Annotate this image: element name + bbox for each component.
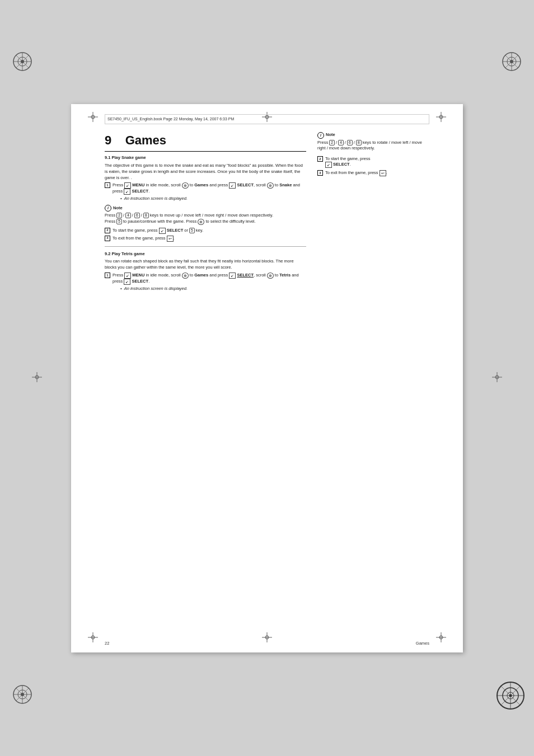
scroll-icon-4: ⊕ — [267, 273, 274, 279]
reg-crosshair-top-left — [88, 112, 98, 124]
page-footer: 22 Games — [105, 641, 429, 646]
section-9-2-title: 9.2 Play Tetris game — [105, 251, 306, 257]
key-6: 6 — [134, 213, 140, 218]
step-list-9-1: 1 Press ↙ MENU in idle mode, scroll ⊕ to… — [105, 182, 306, 202]
step-r2-text: To start the game, press ↙ SELECT. — [325, 156, 429, 168]
select-icon-1: ↙ — [229, 182, 236, 189]
note-header-right: i Note — [317, 132, 429, 139]
step-1-text: Press ↙ MENU in idle mode, scroll ⊕ to G… — [113, 182, 306, 202]
reg-crosshair-bottom-right — [436, 632, 446, 645]
note-icon-9-1: i — [105, 205, 111, 212]
step-3-text: To exit from the game, press ↩. — [113, 236, 306, 242]
deco-bottom-left — [11, 683, 34, 706]
footer-page-number: 22 — [105, 641, 109, 646]
scroll-icon-1: ⊕ — [182, 182, 189, 189]
exit-icon-1: ↩ — [167, 236, 174, 242]
select-icon-3: ↙ — [159, 228, 166, 234]
deco-top-left — [11, 50, 34, 73]
key-r6: 6 — [347, 140, 353, 145]
page-wrapper: SE7450_IFU_US_English.book Page 22 Monda… — [0, 0, 534, 756]
note-text-right: Press 2 / 4 / 6 / 8 keys to rotate / mov… — [317, 140, 429, 152]
step-r3-text: To exit from the game, press ↩. — [325, 170, 429, 176]
chapter-number: 9 — [105, 133, 111, 147]
section-divider — [105, 246, 306, 247]
menu-icon-2: ↙ — [124, 273, 131, 279]
note-header-9-1: i Note — [105, 205, 306, 212]
menu-icon: ↙ — [124, 182, 131, 189]
step-1: 1 Press ↙ MENU in idle mode, scroll ⊕ to… — [105, 182, 306, 202]
note-text-9-1: Press 2 / 4 / 6 / 8 keys to move up / mo… — [105, 213, 306, 225]
step-3: 3 To exit from the game, press ↩. — [105, 236, 306, 242]
step-r2: 2 To start the game, press ↙ SELECT. — [317, 156, 429, 168]
note-box-right: i Note Press 2 / 4 / 6 / 8 keys to rotat… — [317, 132, 429, 152]
deco-left-middle — [32, 372, 42, 384]
key-r4: 4 — [338, 140, 344, 145]
note-label-9-1: Note — [113, 205, 123, 212]
step-2-num: 2 — [105, 228, 110, 233]
exit-icon-r: ↩ — [380, 170, 386, 176]
deco-right-middle — [492, 372, 502, 384]
note-label-right: Note — [326, 132, 335, 138]
select-icon-r: ↙ — [325, 162, 332, 168]
chapter-title: Games — [125, 133, 166, 147]
key-4: 4 — [125, 213, 131, 218]
key-2: 2 — [116, 213, 122, 218]
note-icon-right: i — [317, 132, 324, 139]
scroll-icon-note: ⊕ — [198, 219, 204, 225]
step-3-num: 3 — [105, 236, 110, 241]
deco-top-right — [500, 50, 523, 73]
reg-crosshair-top-right — [436, 112, 446, 124]
step-2: 2 To start the game, press ↙ SELECT or 5… — [105, 228, 306, 234]
section-9-2-intro: You can rotate each shaped block as they… — [105, 259, 306, 271]
scroll-icon-3: ⊕ — [182, 273, 189, 279]
footer-chapter: Games — [416, 641, 429, 646]
step-r3: 3 To exit from the game, press ↩. — [317, 170, 429, 176]
key-8: 8 — [143, 213, 149, 218]
key-r8: 8 — [356, 140, 362, 145]
section-9-1-title: 9.1 Play Snake game — [105, 155, 306, 161]
bullet-2: • An instruction screen is displayed. — [120, 286, 306, 292]
step-9-2-1-text: Press ↙ MENU in idle mode, scroll ⊕ to G… — [113, 273, 306, 292]
note-box-9-1: i Note Press 2 / 4 / 6 / 8 keys to move … — [105, 205, 306, 225]
step-9-2-1-num: 1 — [105, 273, 110, 278]
left-column: 9 Games 9.1 Play Snake game The objectiv… — [105, 132, 306, 630]
deco-bottom-right — [495, 680, 526, 711]
select-icon-2: ↙ — [124, 189, 130, 195]
right-column: i Note Press 2 / 4 / 6 / 8 keys to rotat… — [317, 132, 429, 630]
key-5b: 5 — [189, 228, 195, 233]
step-r3-num: 3 — [317, 170, 323, 176]
bullet-1: • An instruction screen is displayed. — [120, 196, 306, 202]
select-icon-5: ↙ — [124, 279, 130, 285]
select-icon-4: ↙ — [229, 273, 236, 279]
header-text: SE7450_IFU_US_English.book Page 22 Monda… — [107, 117, 234, 121]
header-bar: SE7450_IFU_US_English.book Page 22 Monda… — [105, 114, 429, 124]
book-page: SE7450_IFU_US_English.book Page 22 Monda… — [71, 104, 463, 652]
scroll-icon-2: ⊕ — [267, 182, 274, 189]
reg-crosshair-bottom-left — [88, 632, 98, 645]
step-1-num: 1 — [105, 182, 110, 188]
step-9-2-1: 1 Press ↙ MENU in idle mode, scroll ⊕ to… — [105, 273, 306, 292]
step-r2-num: 2 — [317, 156, 323, 162]
section-9-1-intro: The objective of this game is to move th… — [105, 163, 306, 181]
step-2-text: To start the game, press ↙ SELECT or 5 k… — [113, 228, 306, 234]
content-area: 9 Games 9.1 Play Snake game The objectiv… — [105, 132, 429, 630]
key-r2: 2 — [329, 140, 335, 145]
key-5: 5 — [116, 219, 122, 224]
chapter-heading: 9 Games — [105, 132, 306, 152]
